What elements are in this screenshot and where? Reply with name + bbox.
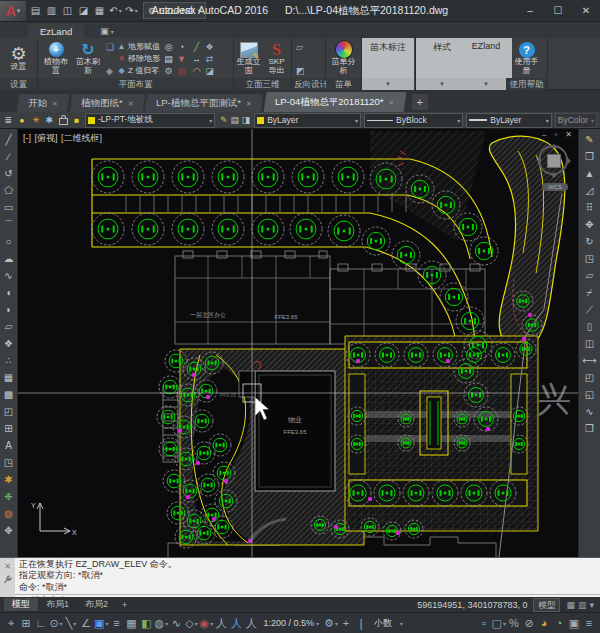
close-icon[interactable]: ✕ [4, 562, 11, 571]
close-button[interactable]: ✕ [572, 1, 600, 21]
undo-icon[interactable]: ↶▾ [108, 3, 123, 19]
3d-osnap-icon[interactable]: ◍▾ [154, 615, 168, 632]
block-tools-icon[interactable]: ❖ [203, 41, 216, 53]
join-icon[interactable]: ⟷ [582, 352, 598, 369]
fillet-icon[interactable]: ◱ [582, 386, 598, 403]
units-icon[interactable]: ▫ [477, 615, 491, 632]
group-icon[interactable]: ❈ [1, 488, 17, 505]
layer-unisolate-icon[interactable]: ◨ [240, 114, 251, 127]
plant-list-analysis-button[interactable]: 苗单分析 [329, 41, 358, 76]
ellipse-arc-icon[interactable]: ◗ [1, 301, 17, 318]
blend-curves-icon[interactable]: ∿ [582, 403, 598, 420]
terrain-icon[interactable]: ◆ [106, 66, 114, 76]
polar-tracking-icon[interactable]: ⊙▾ [49, 615, 63, 632]
ellipse-icon[interactable]: ◖ [1, 284, 17, 301]
extend-icon[interactable]: ⟋ [582, 301, 598, 318]
file-tab-start[interactable]: 开始✕ [17, 94, 69, 112]
file-tab-lp-test[interactable]: LP-植物总平面测试*✕ [145, 94, 263, 112]
insert-block-icon[interactable]: ▱ [1, 318, 17, 335]
exchange-icon[interactable]: ⇄ [203, 53, 216, 65]
layer-isolate-icon[interactable]: ▤ [229, 114, 240, 127]
list-icon[interactable]: ▤ [162, 53, 175, 65]
wcs-menu[interactable]: WCS [542, 183, 568, 191]
line-icon[interactable]: ╱ [1, 131, 17, 148]
viewcube-east-arrow[interactable] [567, 157, 575, 165]
layout-dropdown-icon[interactable]: ▾ [589, 600, 594, 610]
explode-icon[interactable]: ❒ [582, 420, 598, 437]
tab-layout1[interactable]: 布局1 [38, 598, 77, 611]
erase-icon[interactable]: ✎ [582, 131, 598, 148]
new-layout-button[interactable]: + [116, 600, 133, 610]
object-snap-icon[interactable]: ▣▾ [94, 615, 108, 632]
annotation-visibility-icon[interactable]: 人 [214, 615, 228, 632]
infer-constraints-icon[interactable]: ⌖ [4, 615, 18, 632]
customization-icon[interactable]: ≡ [582, 615, 596, 632]
panel-footer[interactable]: 平面布置 [38, 78, 233, 90]
snap-mode-icon[interactable]: ⊞ [19, 615, 33, 632]
refresh-plants-button[interactable]: ↻ 苗木刷新 [73, 41, 103, 76]
reverse-plan-icon[interactable]: ▱ [296, 42, 305, 52]
lineweight-icon[interactable]: ≡ [109, 615, 123, 632]
application-menu-button[interactable]: A▾ [0, 1, 26, 21]
panel-footer[interactable]: 反向设计 [292, 78, 325, 90]
quick-properties-icon[interactable]: ◉▾ [199, 615, 213, 632]
tab-ezland[interactable]: EzLand [28, 24, 84, 38]
trim-icon[interactable]: ⌿ [582, 284, 598, 301]
view-controls[interactable]: [俯视] [35, 133, 58, 143]
doc-restore-button[interactable]: ▫ [554, 130, 557, 139]
hatch-icon[interactable]: ▦ [1, 369, 17, 386]
create-block-icon[interactable]: ❖ [1, 335, 17, 352]
point-icon[interactable]: ∴ [1, 352, 17, 369]
layer-manager-icon[interactable]: ≣ [3, 114, 14, 127]
lasso-icon[interactable]: ◎ [162, 41, 175, 53]
panel-footer[interactable]: 苗单 [326, 78, 361, 90]
new-drawing-button[interactable]: + [412, 94, 428, 110]
reverse-elev-icon[interactable]: ◩ [296, 66, 305, 76]
annotation-monitor-icon[interactable]: + [339, 615, 353, 632]
block-editor-icon[interactable]: ✱ [1, 471, 17, 488]
panel-footer[interactable]: 设置 [0, 78, 37, 90]
solid-tool-icon[interactable]: ◪ [203, 65, 216, 77]
polyline-icon[interactable]: ↺ [1, 165, 17, 182]
new-file-icon[interactable]: ▤ [28, 3, 43, 19]
open-file-icon[interactable]: ▥ [44, 3, 59, 19]
mirror-icon[interactable]: ▲ [582, 165, 598, 182]
scale-icon[interactable]: ◳ [582, 250, 598, 267]
z-zero-button[interactable]: ◆Z 值归零 [117, 65, 160, 76]
chamfer-icon[interactable]: ◰ [582, 369, 598, 386]
polygon-icon[interactable]: ⬠ [1, 182, 17, 199]
ezland-dropdown[interactable]: EZland ▾ [460, 38, 512, 90]
minimize-button[interactable]: – [516, 1, 544, 21]
workspace-switching-icon[interactable]: ⚙▾ [324, 615, 338, 632]
array-icon[interactable]: ⠿ [582, 199, 598, 216]
layout-grid2-icon[interactable]: ▥ [578, 600, 587, 610]
rectangle-icon[interactable]: ▭ [1, 199, 17, 216]
region-icon[interactable]: ◰ [1, 403, 17, 420]
layer-thaw-sun-icon[interactable]: ☀ [30, 114, 41, 127]
model-space-button[interactable]: 模型 [533, 598, 560, 612]
file-tab-plant-sheet[interactable]: 植物图纸*✕ [70, 94, 145, 112]
break-icon[interactable]: ◫ [582, 335, 598, 352]
filter-icon[interactable]: % [507, 615, 521, 632]
close-icon[interactable]: ✕ [52, 99, 58, 107]
object-isolation-icon[interactable]: ⊘ [522, 615, 536, 632]
tool-gear-icon[interactable]: ⚙ [162, 65, 175, 77]
layer-on-bulb-icon[interactable]: ● [17, 114, 28, 127]
break-at-point-icon[interactable]: ▯ [582, 318, 598, 335]
viewcube-south-arrow[interactable] [550, 174, 558, 182]
panel-footer[interactable]: 使用帮助 [506, 78, 547, 90]
dynamic-input-icon[interactable]: ◇▾ [184, 615, 198, 632]
tab-layout2[interactable]: 布局2 [77, 598, 116, 611]
annotation-autoscale-icon[interactable]: 人 [229, 615, 243, 632]
construction-line-icon[interactable]: ∕ [1, 148, 17, 165]
revision-cloud-icon[interactable]: ☁ [1, 250, 17, 267]
drawing-canvas[interactable]: 一层北区办公FFE3.65物业FFE3.65PF6.05兴 Y X [18, 129, 578, 557]
circle-icon[interactable]: ○ [1, 233, 17, 250]
hardware-accel-icon[interactable]: ◕ [537, 615, 551, 632]
stretch-icon[interactable]: ▱ [582, 267, 598, 284]
wrench-icon[interactable] [3, 575, 12, 586]
workspace-switcher[interactable]: ⚙ EZLAND ▾ [143, 2, 206, 19]
doc-close-button[interactable]: ✕ [565, 130, 572, 139]
file-tab-active[interactable]: LP-04植物总平20181120*✕ [264, 92, 406, 112]
visual-style-controls[interactable]: [二维线框] [61, 133, 102, 143]
